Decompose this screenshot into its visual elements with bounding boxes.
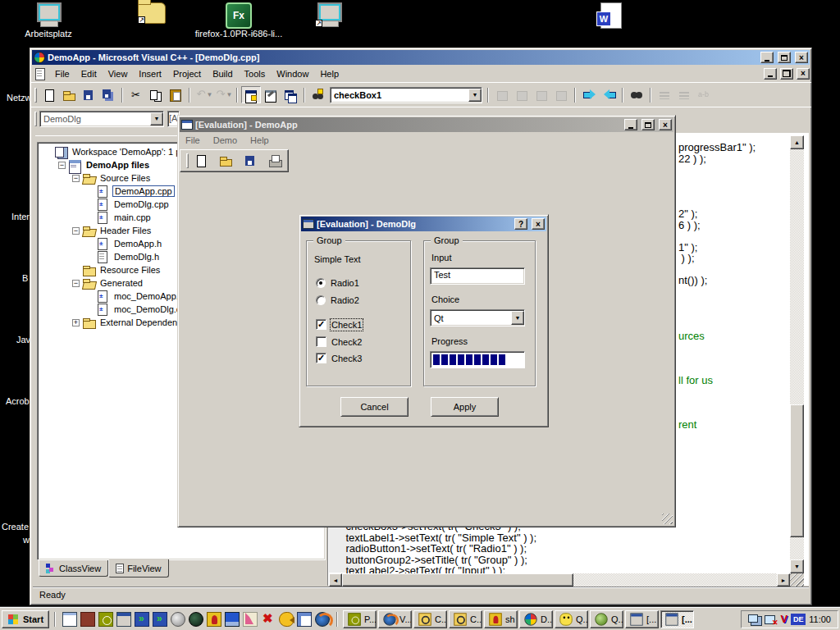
radio-button[interactable] xyxy=(316,295,326,305)
copy-button[interactable] xyxy=(146,86,166,103)
menu-item-build[interactable]: Build xyxy=(207,67,238,80)
task-button[interactable]: C... xyxy=(449,610,482,628)
demoapp-close-button[interactable]: × xyxy=(659,119,672,130)
vscroll-thumb[interactable] xyxy=(790,404,804,537)
choice-combo[interactable]: Qt ▼ xyxy=(430,309,525,326)
tree-item-label[interactable]: moc_DemoDlg.cp xyxy=(112,304,187,314)
apply-button[interactable]: Apply xyxy=(431,397,499,417)
task-button[interactable]: V... xyxy=(378,610,412,628)
goto-prev-button[interactable] xyxy=(599,86,619,103)
scroll-right-button[interactable]: ► xyxy=(777,573,790,587)
toolbar-grip[interactable] xyxy=(34,88,37,103)
mdi-minimize-button[interactable] xyxy=(764,68,777,80)
editor-hscrollbar[interactable]: ◄ ► xyxy=(329,573,790,587)
close-button[interactable]: × xyxy=(795,52,808,63)
maximize-button[interactable] xyxy=(778,52,791,63)
mdi-child-icon[interactable] xyxy=(34,68,48,80)
demoapp-menu-item-help[interactable]: Help xyxy=(244,134,275,147)
tree-item-label[interactable]: DemoApp files xyxy=(84,160,151,170)
new-doc-button[interactable] xyxy=(191,153,211,170)
demoapp-maximize-button[interactable] xyxy=(641,119,655,130)
scroll-up-button[interactable]: ▲ xyxy=(790,135,804,149)
tree-expand-box[interactable]: − xyxy=(58,162,66,169)
my-computer[interactable]: Arbeitsplatz xyxy=(21,2,75,39)
save-all-button[interactable] xyxy=(98,86,118,103)
redx-icon[interactable] xyxy=(261,612,276,627)
paste-button[interactable] xyxy=(166,86,185,103)
keyb-icon[interactable] xyxy=(225,612,240,627)
tree-item-label[interactable]: Workspace 'DemoApp': 1 pro xyxy=(71,147,190,157)
radio-radio1[interactable]: Radio1 xyxy=(316,278,359,288)
checkbox-check3[interactable]: ✓Check3 xyxy=(316,353,362,363)
tree-item-label[interactable]: Header Files xyxy=(98,226,153,235)
demoapp-resize-grip[interactable] xyxy=(662,514,673,524)
checkbox-check1[interactable]: ✓Check1 xyxy=(316,319,362,330)
wizard-combo-value[interactable]: DemoDlg xyxy=(40,114,150,124)
menu-item-file[interactable]: File xyxy=(49,67,75,80)
menu-item-project[interactable]: Project xyxy=(167,67,207,80)
tree-expand-box[interactable]: − xyxy=(72,280,80,287)
menu-item-help[interactable]: Help xyxy=(314,67,345,80)
find-combo[interactable]: checkBox1 ▼ xyxy=(330,87,482,103)
kpkg-icon[interactable] xyxy=(135,612,149,627)
tree-item-label[interactable]: main.cpp xyxy=(112,212,153,222)
mdi-restore-button[interactable] xyxy=(780,68,793,80)
find-member-button[interactable] xyxy=(308,86,328,103)
tree-item-label[interactable]: moc_DemoApp.c xyxy=(112,291,185,301)
kpkg-icon[interactable] xyxy=(153,612,167,627)
wizard-combo-dropdown[interactable]: ▼ xyxy=(150,112,163,126)
wizard-hammer-button[interactable] xyxy=(261,86,281,103)
task-button[interactable]: Q... xyxy=(555,610,588,628)
dialog-help-button[interactable]: ? xyxy=(514,218,527,230)
cascade-windows-button[interactable] xyxy=(281,86,300,103)
minimize-button[interactable] xyxy=(760,52,774,63)
save-button[interactable] xyxy=(79,86,98,103)
open-folder-button[interactable] xyxy=(216,153,235,170)
menu-item-window[interactable]: Window xyxy=(271,67,314,80)
wizard-combo[interactable]: DemoDlg ▼ xyxy=(39,111,164,127)
editor-resize-grip[interactable] xyxy=(790,573,804,587)
tree-item-label[interactable]: Generated xyxy=(98,278,144,288)
tree-item-label[interactable]: Resource Files xyxy=(98,265,162,275)
task-button[interactable]: P... xyxy=(343,610,377,628)
network-computer-icon[interactable] xyxy=(748,614,761,624)
save-button[interactable] xyxy=(240,153,260,170)
find-combo-dropdown[interactable]: ▼ xyxy=(468,89,482,102)
tree-item-label[interactable]: DemoApp.cpp xyxy=(112,185,175,197)
tree-item-label[interactable]: DemoApp.h xyxy=(112,239,163,249)
tree-expand-box[interactable]: − xyxy=(72,227,80,235)
wizardbar-grip[interactable] xyxy=(34,112,37,126)
checkbox[interactable]: ✓ xyxy=(316,319,326,330)
tree-expand-box[interactable]: − xyxy=(72,175,80,182)
scroll-down-button[interactable]: ▼ xyxy=(790,559,804,573)
notes-icon[interactable] xyxy=(62,612,77,627)
chart-icon[interactable] xyxy=(243,612,258,627)
dialog-window-button[interactable] xyxy=(241,86,261,103)
print-button[interactable] xyxy=(265,153,285,170)
open-folder-button[interactable] xyxy=(59,86,79,103)
demoapp-toolbar-grip[interactable] xyxy=(186,153,189,168)
checkbox[interactable]: ✓ xyxy=(316,353,326,363)
editor-vscrollbar[interactable]: ▲ ▼ xyxy=(790,135,804,573)
menu-item-insert[interactable]: Insert xyxy=(133,67,167,80)
task-button[interactable]: [... xyxy=(625,610,659,628)
tree-expand-box[interactable]: + xyxy=(72,319,80,326)
dark-icon[interactable] xyxy=(189,612,203,627)
task-button[interactable]: C... xyxy=(413,610,447,628)
tree-item-label[interactable]: DemoDlg.h xyxy=(112,252,161,262)
table-icon[interactable] xyxy=(297,612,312,627)
menu-item-tools[interactable]: Tools xyxy=(239,67,272,80)
start-button[interactable]: Start xyxy=(2,610,49,628)
tree-item-label[interactable]: Source Files xyxy=(98,173,152,183)
scroll-left-button[interactable]: ◄ xyxy=(329,573,342,587)
menu-item-view[interactable]: View xyxy=(103,67,134,80)
menu-item-edit[interactable]: Edit xyxy=(75,67,103,80)
word-document[interactable] xyxy=(584,2,638,30)
find-in-files-button[interactable] xyxy=(627,86,646,103)
choice-combo-value[interactable]: Qt xyxy=(431,313,511,323)
display-shortcut[interactable]: ↗ xyxy=(302,2,356,29)
task-button[interactable]: [... xyxy=(660,610,694,628)
tab-classview[interactable]: ClassView xyxy=(39,560,108,577)
task-button[interactable]: sh xyxy=(484,610,518,628)
fish-icon[interactable] xyxy=(279,612,294,627)
